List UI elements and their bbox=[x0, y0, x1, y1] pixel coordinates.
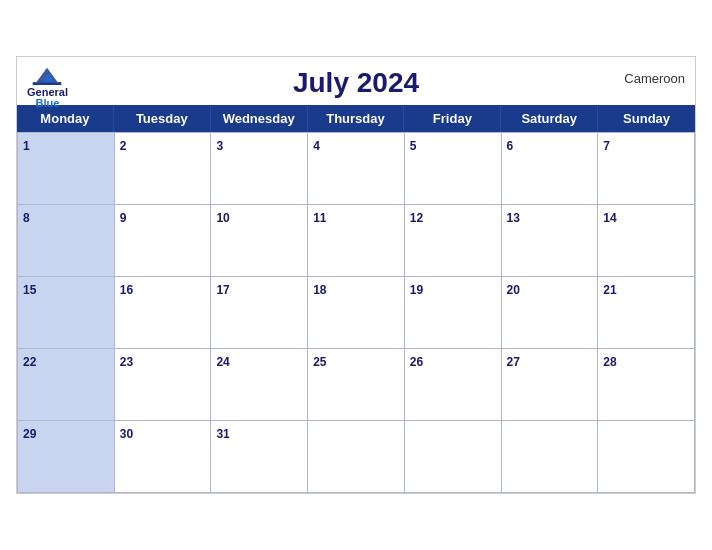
date-number: 26 bbox=[410, 355, 423, 369]
date-number: 9 bbox=[120, 211, 127, 225]
date-number: 6 bbox=[507, 139, 514, 153]
calendar-container: General Blue July 2024 Cameroon MondayTu… bbox=[16, 56, 696, 494]
cal-cell: 9 bbox=[115, 205, 212, 277]
day-header-saturday: Saturday bbox=[501, 105, 598, 132]
calendar-title: July 2024 bbox=[293, 67, 419, 99]
cal-cell: 31 bbox=[211, 421, 308, 493]
cal-cell: 2 bbox=[115, 133, 212, 205]
day-header-friday: Friday bbox=[404, 105, 501, 132]
logo-blue-text: Blue bbox=[36, 98, 60, 109]
date-number: 16 bbox=[120, 283, 133, 297]
date-number: 23 bbox=[120, 355, 133, 369]
cal-cell: 18 bbox=[308, 277, 405, 349]
cal-cell bbox=[502, 421, 599, 493]
svg-rect-2 bbox=[33, 82, 62, 85]
cal-cell: 25 bbox=[308, 349, 405, 421]
date-number: 18 bbox=[313, 283, 326, 297]
cal-cell: 6 bbox=[502, 133, 599, 205]
day-headers-row: MondayTuesdayWednesdayThursdayFridaySatu… bbox=[17, 105, 695, 132]
cal-cell bbox=[308, 421, 405, 493]
cal-cell: 14 bbox=[598, 205, 695, 277]
cal-cell: 22 bbox=[18, 349, 115, 421]
cal-cell: 24 bbox=[211, 349, 308, 421]
cal-cell: 29 bbox=[18, 421, 115, 493]
day-header-thursday: Thursday bbox=[308, 105, 405, 132]
date-number: 24 bbox=[216, 355, 229, 369]
date-number: 27 bbox=[507, 355, 520, 369]
date-number: 3 bbox=[216, 139, 223, 153]
cal-cell: 4 bbox=[308, 133, 405, 205]
cal-cell: 3 bbox=[211, 133, 308, 205]
date-number: 30 bbox=[120, 427, 133, 441]
cal-cell: 20 bbox=[502, 277, 599, 349]
cal-cell: 28 bbox=[598, 349, 695, 421]
cal-cell bbox=[405, 421, 502, 493]
cal-cell: 30 bbox=[115, 421, 212, 493]
cal-cell: 16 bbox=[115, 277, 212, 349]
logo-area: General Blue bbox=[27, 65, 68, 109]
day-header-monday: Monday bbox=[17, 105, 114, 132]
date-number: 29 bbox=[23, 427, 36, 441]
date-number: 14 bbox=[603, 211, 616, 225]
cal-cell: 15 bbox=[18, 277, 115, 349]
cal-cell: 17 bbox=[211, 277, 308, 349]
date-number: 20 bbox=[507, 283, 520, 297]
day-header-sunday: Sunday bbox=[598, 105, 695, 132]
cal-cell bbox=[598, 421, 695, 493]
cal-cell: 1 bbox=[18, 133, 115, 205]
date-number: 2 bbox=[120, 139, 127, 153]
date-number: 22 bbox=[23, 355, 36, 369]
cal-cell: 23 bbox=[115, 349, 212, 421]
day-header-tuesday: Tuesday bbox=[114, 105, 211, 132]
cal-cell: 19 bbox=[405, 277, 502, 349]
cal-cell: 8 bbox=[18, 205, 115, 277]
date-number: 13 bbox=[507, 211, 520, 225]
date-number: 12 bbox=[410, 211, 423, 225]
date-number: 8 bbox=[23, 211, 30, 225]
date-number: 11 bbox=[313, 211, 326, 225]
cal-cell: 26 bbox=[405, 349, 502, 421]
day-header-wednesday: Wednesday bbox=[211, 105, 308, 132]
date-number: 25 bbox=[313, 355, 326, 369]
calendar-header: General Blue July 2024 Cameroon bbox=[17, 57, 695, 105]
cal-cell: 27 bbox=[502, 349, 599, 421]
cal-cell: 10 bbox=[211, 205, 308, 277]
cal-cell: 5 bbox=[405, 133, 502, 205]
cal-cell: 13 bbox=[502, 205, 599, 277]
date-number: 15 bbox=[23, 283, 36, 297]
date-number: 19 bbox=[410, 283, 423, 297]
cal-cell: 11 bbox=[308, 205, 405, 277]
date-number: 4 bbox=[313, 139, 320, 153]
cal-cell: 12 bbox=[405, 205, 502, 277]
date-number: 31 bbox=[216, 427, 229, 441]
date-number: 28 bbox=[603, 355, 616, 369]
date-number: 17 bbox=[216, 283, 229, 297]
date-number: 7 bbox=[603, 139, 610, 153]
cal-cell: 7 bbox=[598, 133, 695, 205]
logo-icon bbox=[32, 65, 62, 85]
calendar-country: Cameroon bbox=[624, 71, 685, 86]
date-number: 1 bbox=[23, 139, 30, 153]
calendar-grid: 1234567891011121314151617181920212223242… bbox=[17, 132, 695, 493]
date-number: 5 bbox=[410, 139, 417, 153]
date-number: 10 bbox=[216, 211, 229, 225]
cal-cell: 21 bbox=[598, 277, 695, 349]
date-number: 21 bbox=[603, 283, 616, 297]
